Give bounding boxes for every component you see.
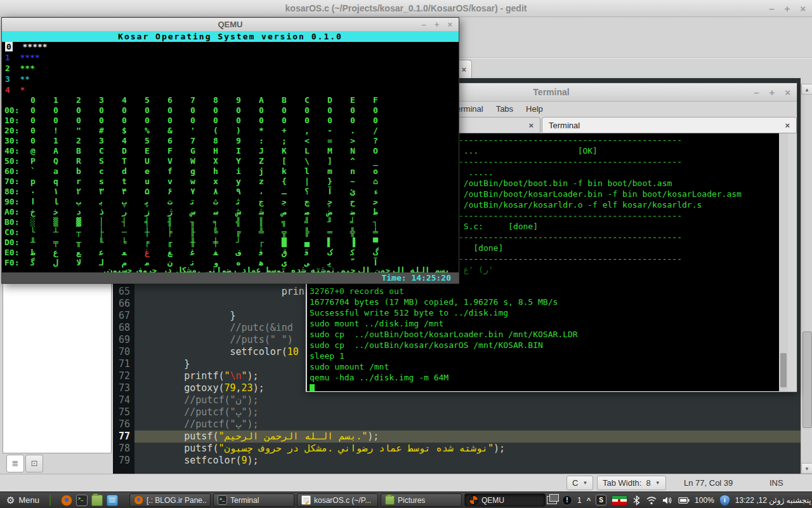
terminal-line: sudo cp ../outBin/boot/kosarLoader.bin /…: [310, 330, 742, 340]
menu-item-tabs[interactable]: Tabs: [490, 102, 520, 116]
maximize-button[interactable]: +: [435, 20, 440, 29]
char-table-cell: U: [136, 156, 159, 166]
scroll-down-icon[interactable]: ▼: [801, 463, 812, 474]
notes-launcher-icon[interactable]: [107, 495, 118, 506]
char-table-cell: h: [204, 166, 227, 176]
char-table-cell: ": [67, 126, 90, 135]
char-table-cell: ر: [113, 207, 136, 217]
task-button-folder[interactable]: Pictures: [381, 493, 462, 507]
scroll-up-icon[interactable]: ▲: [801, 84, 812, 95]
gedit-titlebar[interactable]: kosarOS.c (~/Projects/kosar_0.1.0/KosarO…: [0, 0, 812, 17]
code-segment: //puts(" "): [138, 334, 293, 345]
task-button-terminal[interactable]: Terminal: [213, 493, 294, 507]
code-segment: putsf(: [138, 431, 218, 442]
char-table-cell: r: [67, 177, 90, 186]
code-text: //putc(&ind: [134, 322, 293, 334]
char-table-cell: آ: [318, 187, 341, 196]
battery-icon[interactable]: [678, 497, 690, 504]
minimize-button[interactable]: –: [422, 20, 426, 29]
close-button[interactable]: ×: [785, 87, 790, 98]
qemu-titlebar[interactable]: QEMU – + ×: [2, 18, 459, 32]
menu-button[interactable]: ⚙ Menu: [0, 492, 46, 508]
char-table-cell: د: [67, 207, 90, 217]
char-table-header-cell: 0: [22, 95, 44, 105]
update-manager-icon[interactable]: i: [719, 495, 730, 506]
folder-launcher-icon[interactable]: [91, 495, 103, 506]
char-table-cell: ۱: [44, 187, 67, 196]
menu-item-help[interactable]: Help: [520, 102, 549, 116]
char-table-row: 20:0!"#$%&'()*+,-./: [2, 126, 459, 136]
show-desktop-button[interactable]: [49, 494, 51, 506]
firefox-launcher-icon[interactable]: [61, 495, 72, 506]
quick-launchers: [61, 495, 118, 506]
char-table-cell: ﻊ: [67, 248, 90, 257]
char-table-cell: {: [273, 177, 296, 186]
wifi-icon[interactable]: [646, 496, 657, 505]
maximize-button[interactable]: +: [769, 87, 775, 98]
window-list: [.: BLOG.ir Pane...TerminalkosarOS.c (~/…: [128, 493, 547, 507]
close-button[interactable]: ×: [447, 20, 452, 29]
char-table-cell: ﺿ: [341, 207, 364, 217]
clock[interactable]: پنجشنبه ژوئن 12, 13:22: [735, 496, 811, 505]
terminal-scrollbar[interactable]: [779, 133, 788, 391]
tab-close-icon[interactable]: ×: [528, 121, 534, 130]
char-table-header-cell: C: [296, 95, 318, 105]
code-segment: setfcolor(: [138, 455, 242, 466]
notification-icon[interactable]: !: [562, 495, 572, 505]
code-text: }: [134, 358, 190, 370]
char-table-cell: <: [296, 136, 318, 145]
code-text: gotoxy(79,23);: [134, 382, 265, 394]
char-table-cell: :: [250, 136, 273, 145]
char-table-cell: ░: [22, 217, 44, 227]
line-number: 72: [113, 370, 134, 382]
char-table-cell: ═: [318, 227, 341, 237]
char-table-header-cell: 4: [113, 95, 136, 105]
terminal-scrollbar-thumb[interactable]: [780, 353, 787, 387]
char-table-cell: ﮐ: [341, 248, 364, 257]
char-table-cell: (: [204, 126, 227, 135]
workspace-switcher-icon[interactable]: [547, 496, 557, 504]
char-table-cell: ╓: [159, 237, 181, 247]
tab-width-selector[interactable]: Tab Width: 8 ▼: [597, 476, 666, 490]
line-number: 70: [113, 346, 134, 358]
char-table-row: 80:۰۱۲۳۴۵۶۷۸۹،ـ؟آئء: [2, 187, 459, 197]
terminal-tab-2[interactable]: Terminal ×: [542, 117, 797, 133]
close-button[interactable]: ×: [800, 3, 806, 14]
char-table-row: D0:╨╤╥╙╘╒╓╫╪┘┌█▄▌▐▀: [2, 237, 459, 248]
tab-close-icon[interactable]: ×: [785, 121, 790, 130]
minimize-button[interactable]: –: [754, 87, 759, 98]
char-table-cell: ^: [341, 156, 364, 166]
char-table-cell: g: [181, 166, 204, 176]
minimize-button[interactable]: –: [769, 3, 774, 14]
char-table-row-label: F0:: [4, 258, 19, 267]
task-button-firefox[interactable]: [.: BLOG.ir Pane...: [129, 493, 211, 507]
char-table-cell: ﺣ: [364, 197, 387, 206]
side-panel-preview-button[interactable]: ⊡: [25, 455, 43, 472]
code-segment: );: [247, 455, 259, 466]
language-selector[interactable]: C ▼: [566, 476, 593, 490]
code-segment: gotoxy(: [138, 382, 224, 394]
char-table-header-cell: 5: [136, 95, 159, 105]
volume-icon[interactable]: [662, 496, 673, 505]
task-button-gedit[interactable]: kosarOS.c (~/P...: [297, 493, 378, 507]
char-table-cell: =: [318, 136, 341, 145]
keyboard-layout-flag-icon[interactable]: [612, 495, 627, 505]
maximize-button[interactable]: +: [784, 3, 790, 14]
bluetooth-icon[interactable]: [632, 495, 641, 505]
tray-expand-icon[interactable]: ^: [587, 497, 591, 504]
char-table-cell: ▓: [67, 217, 90, 227]
gedit-scrollbar-thumb[interactable]: [802, 331, 812, 428]
char-table-cell: ۶: [159, 187, 181, 196]
code-segment: printf(: [138, 370, 224, 382]
char-table-row: 50:PQRSTUVWXYZ[\]^_: [2, 156, 459, 166]
task-button-qemu[interactable]: QEMU: [464, 493, 546, 507]
gedit-window-title: kosarOS.c (~/Projects/kosar_0.1.0/KosarO…: [0, 0, 812, 17]
char-table-row: 10:0000000000000000: [2, 116, 459, 126]
side-panel-documents-button[interactable]: ≣: [6, 455, 24, 472]
screenshot-tool-icon[interactable]: S: [596, 495, 606, 505]
terminal-launcher-icon[interactable]: [76, 495, 88, 506]
star-row-stars: *****: [13, 42, 48, 51]
gedit-scrollbar[interactable]: ▲ ▼: [801, 84, 812, 474]
qemu-screen[interactable]: 0 *****1 ****2 ***3 **4 * 0123456789ABCD…: [2, 42, 459, 274]
tab-close-icon[interactable]: ×: [461, 65, 466, 74]
